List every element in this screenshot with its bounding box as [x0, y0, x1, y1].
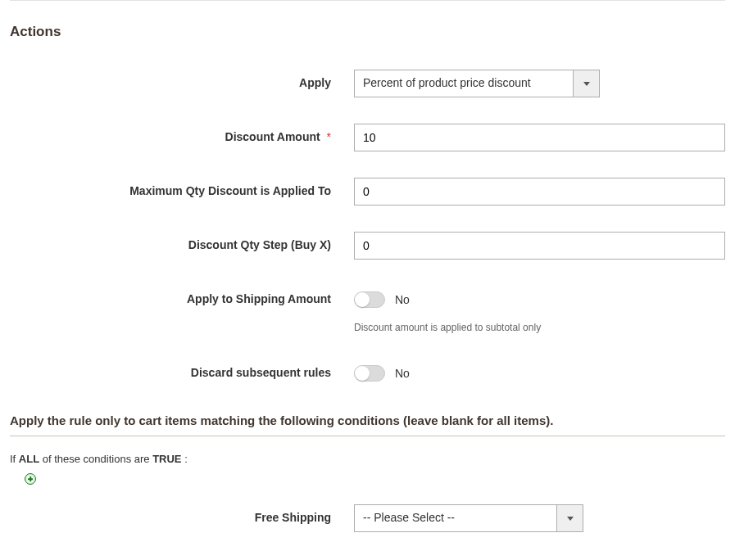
cond-aggregator[interactable]: ALL	[19, 453, 39, 465]
toggle-knob	[355, 366, 370, 381]
input-max-qty[interactable]	[354, 178, 725, 205]
chevron-down-icon	[573, 70, 599, 97]
conditions-heading: Apply the rule only to cart items matchi…	[10, 413, 725, 427]
toggle-discard-rules[interactable]	[354, 365, 385, 382]
select-free-shipping-value: -- Please Select --	[355, 505, 556, 531]
cond-prefix: If	[10, 453, 19, 465]
cond-suffix: :	[182, 453, 188, 465]
label-qty-step: Discount Qty Step (Buy X)	[10, 232, 354, 251]
input-discount-amount[interactable]	[354, 124, 725, 151]
chevron-down-icon	[556, 505, 583, 531]
toggle-knob	[355, 292, 370, 307]
field-max-qty: Maximum Qty Discount is Applied To	[10, 178, 725, 205]
add-condition-button[interactable]	[25, 473, 725, 485]
label-discard-rules: Discard subsequent rules	[10, 359, 354, 379]
section-title-actions: Actions	[10, 24, 725, 40]
top-divider	[10, 0, 725, 1]
field-discard-rules: Discard subsequent rules No	[10, 359, 725, 387]
plus-circle-icon	[25, 473, 36, 485]
field-qty-step: Discount Qty Step (Buy X)	[10, 232, 725, 260]
select-apply-value: Percent of product price discount	[355, 70, 573, 97]
field-apply-shipping: Apply to Shipping Amount No Discount amo…	[10, 286, 725, 333]
cond-value[interactable]: TRUE	[152, 453, 181, 465]
field-free-shipping: Free Shipping -- Please Select --	[10, 504, 725, 532]
select-free-shipping[interactable]: -- Please Select --	[354, 504, 583, 532]
label-max-qty: Maximum Qty Discount is Applied To	[10, 178, 354, 197]
conditions-divider	[10, 436, 725, 436]
label-discount-amount: Discount Amount *	[10, 124, 354, 143]
toggle-discard-rules-state: No	[395, 367, 410, 380]
input-qty-step[interactable]	[354, 232, 725, 260]
conditions-root-line: If ALL of these conditions are TRUE :	[10, 453, 725, 465]
select-apply[interactable]: Percent of product price discount	[354, 70, 600, 97]
label-discount-amount-text: Discount Amount	[225, 130, 320, 143]
field-apply: Apply Percent of product price discount	[10, 70, 725, 97]
field-discount-amount: Discount Amount *	[10, 124, 725, 151]
label-apply: Apply	[10, 70, 354, 89]
cond-middle: of these conditions are	[39, 453, 152, 465]
toggle-apply-shipping[interactable]	[354, 291, 385, 308]
label-apply-shipping: Apply to Shipping Amount	[10, 286, 354, 305]
label-free-shipping: Free Shipping	[10, 504, 354, 524]
toggle-apply-shipping-state: No	[395, 293, 410, 306]
required-asterisk: *	[327, 130, 331, 143]
note-apply-shipping: Discount amount is applied to subtotal o…	[354, 322, 725, 333]
